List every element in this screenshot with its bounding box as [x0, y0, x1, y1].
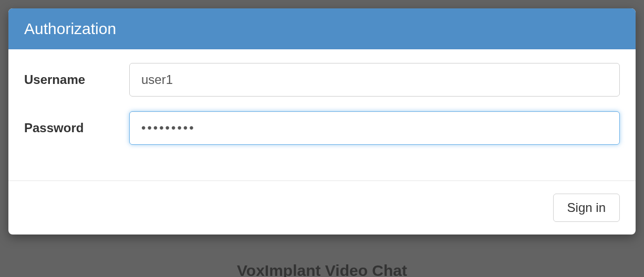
username-input[interactable] [129, 63, 620, 97]
modal-footer: Sign in [8, 180, 636, 235]
background-app-title: VoxImplant Video Chat [0, 262, 644, 277]
modal-title: Authorization [8, 8, 636, 49]
password-row: Password [24, 111, 620, 145]
sign-in-button[interactable]: Sign in [553, 194, 620, 222]
username-label: Username [24, 72, 129, 87]
password-input[interactable] [129, 111, 620, 145]
password-label: Password [24, 121, 129, 135]
modal-body: Username Password [8, 49, 636, 180]
authorization-modal: Authorization Username Password Sign in [8, 8, 636, 235]
username-row: Username [24, 63, 620, 97]
